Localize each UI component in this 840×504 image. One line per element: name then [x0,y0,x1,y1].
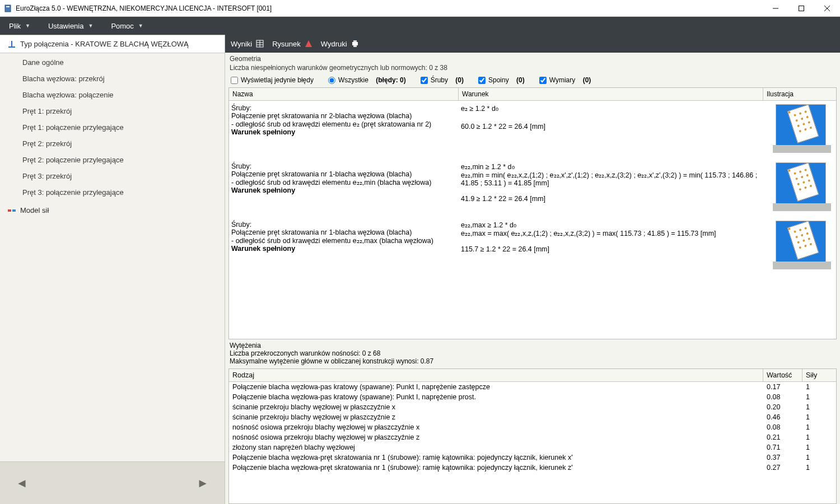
connection-type-icon [8,40,16,48]
sidebar-item-dane-ogolne[interactable]: Dane ogólne [0,54,225,71]
sidebar-item-pret3-przekroj[interactable]: Pręt 3: przekrój [0,168,225,184]
table-row: nośność osiowa przekroju blachy węzłowej… [229,422,836,432]
sidebar-model-label: Model sił [20,206,49,214]
svg-rect-7 [8,46,15,48]
menubar: Plik▼ Ustawienia▼ Pomoc▼ [0,17,840,35]
svg-rect-1 [6,6,10,7]
sidebar-item-pret1-przekroj[interactable]: Pręt 1: przekrój [0,103,225,119]
minimize-button[interactable] [763,0,788,17]
svg-rect-9 [12,209,16,212]
table-row: złożony stan naprężeń blachy węzłowej0.7… [229,442,836,452]
table-icon [255,39,264,48]
maximize-button[interactable] [788,0,814,17]
toolbar-wydruki[interactable]: Wydruki [321,39,360,48]
geometry-row: Śruby: Połączenie pręt skratowania nr 2-… [229,101,836,159]
geometry-row: Śruby: Połączenie pręt skratowania nr 1-… [229,159,836,217]
col-rodzaj[interactable]: Rodzaj [229,369,763,381]
filter-all[interactable]: Wszystkie (błędy: 0) [328,76,406,84]
table-row: ścinanie przekroju blachy węzłowej w pła… [229,402,836,412]
filter-errors-only[interactable]: Wyświetlaj jedynie błędy [231,76,314,84]
geometry-row: Śruby: Połączenie pręt skratowania nr 1-… [229,217,836,276]
sidebar-item-pret3-polaczenie[interactable]: Pręt 3: połączenie przylegające [0,184,225,200]
toolbar-rysunek[interactable]: Rysunek [272,39,313,48]
toolbar-wyniki[interactable]: Wyniki [231,39,264,48]
sidebar-header-label: Typ połączenia - KRATOWE Z BLACHĄ WĘZŁOW… [20,40,189,48]
forces-model-icon [8,207,16,214]
svg-rect-17 [353,45,357,47]
sidebar-item-blacha-przekroj[interactable]: Blacha węzłowa: przekrój [0,71,225,87]
window-title: EuroZłącza 5.0 - WEWNĘTRZNA, NIEKOMERCYJ… [16,4,272,12]
bolt-plate-illustration [776,162,826,206]
close-button[interactable] [814,0,840,17]
caret-down-icon: ▼ [138,23,143,29]
results-toolbar: Wyniki Rysunek Wydruki [225,35,840,53]
caret-down-icon: ▼ [88,23,93,29]
col-nazwa[interactable]: Nazwa [229,88,459,100]
wytezenia-grid: Rodzaj Wartość Siły Połączenie blacha wę… [228,368,837,504]
table-row: nośność osiowa przekroju blachy węzłowej… [229,432,836,442]
table-row: ścinanie przekroju blachy węzłowej w pła… [229,412,836,422]
sidebar-header-connection-type[interactable]: Typ połączenia - KRATOWE Z BLACHĄ WĘZŁOW… [0,35,225,53]
col-sily[interactable]: Siły [802,369,836,381]
geometry-filters: Wyświetlaj jedynie błędy Wszystkie (błęd… [225,74,840,87]
geometry-subtitle: Liczba niespełnionych warunków geometryc… [225,64,840,74]
sidebar: Typ połączenia - KRATOWE Z BLACHĄ WĘZŁOW… [0,35,225,504]
menu-pomoc[interactable]: Pomoc▼ [102,17,152,35]
wytezenia-line2: Maksymalne wytężenie główne w obliczanej… [230,357,836,365]
sidebar-item-blacha-polaczenie[interactable]: Blacha węzłowa: połączenie [0,87,225,103]
sidebar-footer-nav: ◄ ► [0,461,225,504]
geometry-grid-body[interactable]: Śruby: Połączenie pręt skratowania nr 2-… [229,101,836,339]
print-icon [351,39,360,48]
table-row: Połączenie blacha węzłowa-pręt skratowan… [229,463,836,473]
wytezenia-title: Wytężenia [230,342,836,349]
col-ilustracja[interactable]: Ilustracja [763,88,836,100]
filter-sruby[interactable]: Śruby (0) [421,76,464,84]
geometry-grid: Nazwa Warunek Ilustracja Śruby: Połączen… [228,87,837,339]
sidebar-item-pret1-polaczenie[interactable]: Pręt 1: połączenie przylegające [0,119,225,136]
table-row: Połączenie blacha węzłowa-pas kratowy (s… [229,382,836,392]
svg-marker-14 [305,40,312,47]
svg-rect-8 [8,209,11,212]
sidebar-tree: Dane ogólne Blacha węzłowa: przekrój Bla… [0,53,225,202]
svg-rect-0 [5,5,11,12]
filter-spoiny[interactable]: Spoiny (0) [478,76,525,84]
sidebar-item-pret2-przekroj[interactable]: Pręt 2: przekrój [0,136,225,152]
drawing-icon [304,39,313,48]
svg-rect-16 [353,40,357,42]
sidebar-item-pret2-polaczenie[interactable]: Pręt 2: połączenie przylegające [0,152,225,168]
wytezenia-line1: Liczba przekroczonych warunków nośności:… [230,349,836,357]
menu-ustawienia[interactable]: Ustawienia▼ [39,17,102,35]
nav-next-button[interactable]: ► [197,476,209,491]
titlebar: EuroZłącza 5.0 - WEWNĘTRZNA, NIEKOMERCYJ… [0,0,840,17]
bolt-plate-illustration [776,104,826,148]
app-icon [3,4,12,13]
filter-wymiary[interactable]: Wymiary (0) [539,76,591,84]
wytezenia-grid-header: Rodzaj Wartość Siły [229,369,836,382]
geometry-title: Geometria [225,53,840,64]
svg-rect-3 [799,6,804,11]
geometry-grid-header: Nazwa Warunek Ilustracja [229,88,836,101]
caret-down-icon: ▼ [25,23,30,29]
table-row: Połączenie blacha węzłowa-pas kratowy (s… [229,392,836,402]
table-row: Połączenie blacha węzłowa-pręt skratowan… [229,452,836,463]
nav-prev-button[interactable]: ◄ [16,476,28,491]
col-wartosc[interactable]: Wartość [763,369,802,381]
sidebar-header-model-sil[interactable]: Model sił [0,202,225,219]
svg-rect-15 [352,42,358,45]
bolt-plate-illustration [776,221,826,264]
wytezenia-grid-body[interactable]: Połączenie blacha węzłowa-pas kratowy (s… [229,382,836,503]
col-warunek[interactable]: Warunek [459,88,763,100]
menu-plik[interactable]: Plik▼ [0,17,39,35]
